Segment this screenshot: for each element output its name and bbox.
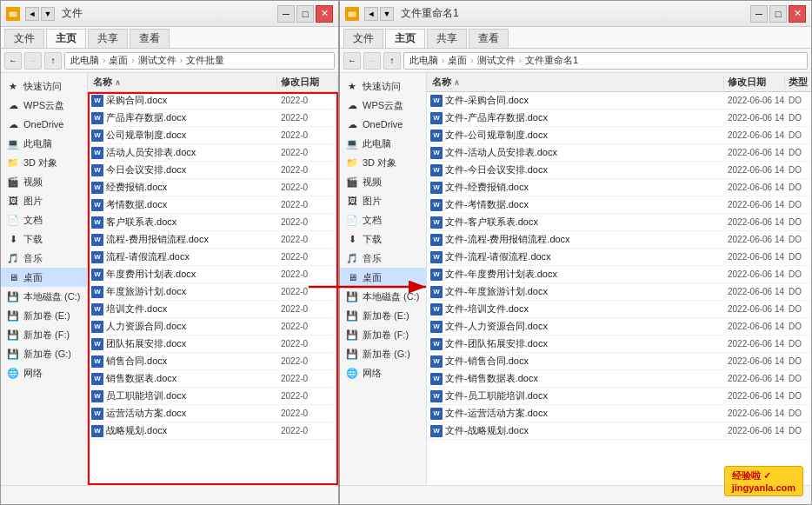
right-up-btn[interactable]: ↑: [383, 52, 401, 70]
table-row[interactable]: W销售合同.docx2022-0: [88, 353, 338, 370]
sidebar-item-桌面[interactable]: 🖥 桌面: [340, 268, 426, 287]
left-tab-view[interactable]: 查看: [130, 29, 170, 48]
table-row[interactable]: W文件-经费报销.docx2022-06-06 14:51DO: [427, 179, 811, 196]
table-row[interactable]: W人力资源合同.docx2022-0: [88, 318, 338, 336]
table-row[interactable]: W文件-年度旅游计划.docx2022-06-06 14:51DO: [427, 283, 811, 301]
table-row[interactable]: W文件-考情数据.docx2022-06-06 14:51DO: [427, 196, 811, 214]
table-row[interactable]: W今日会议安排.docx2022-0: [88, 162, 338, 179]
sidebar-item-视频[interactable]: 🎬 视频: [1, 172, 87, 191]
left-tab-share[interactable]: 共享: [88, 29, 128, 48]
sidebar-item-下载[interactable]: ⬇ 下载: [340, 229, 426, 249]
table-row[interactable]: W文件-年度费用计划表.docx2022-06-06 14:51DO: [427, 266, 811, 283]
left-up-btn[interactable]: ↑: [44, 52, 62, 70]
right-close-btn[interactable]: ✕: [789, 5, 806, 23]
sidebar-item-下载[interactable]: ⬇ 下载: [1, 229, 87, 249]
sidebar-item-快速访问[interactable]: ★ 快速访问: [340, 76, 426, 96]
table-row[interactable]: W文件-团队拓展安排.docx2022-06-06 14:51DO: [427, 336, 811, 353]
left-tab-home[interactable]: 主页: [46, 29, 86, 48]
table-row[interactable]: W团队拓展安排.docx2022-0: [88, 336, 338, 353]
table-row[interactable]: W公司规章制度.docx2022-0: [88, 127, 338, 144]
table-row[interactable]: W战略规划.docx2022-0: [88, 422, 338, 440]
table-row[interactable]: W文件-销售数据表.docx2022-06-06 14:51DO: [427, 370, 811, 388]
right-tab-share[interactable]: 共享: [427, 29, 467, 48]
table-row[interactable]: W文件-销售合同.docx2022-06-06 14:51DO: [427, 353, 811, 370]
sidebar-item-文档[interactable]: 📄 文档: [340, 210, 426, 229]
sidebar-item-音乐[interactable]: 🎵 音乐: [1, 249, 87, 268]
table-row[interactable]: W销售数据表.docx2022-0: [88, 370, 338, 388]
sidebar-item-视频[interactable]: 🎬 视频: [340, 172, 426, 191]
table-row[interactable]: W客户联系表.docx2022-0: [88, 214, 338, 231]
right-col-date[interactable]: 修改日期: [724, 76, 785, 89]
sidebar-item-本地磁盘 (C:)[interactable]: 💾 本地磁盘 (C:): [1, 287, 87, 306]
right-address-bar[interactable]: 此电脑 › 桌面 › 测试文件 › 文件重命名1: [403, 52, 808, 70]
sidebar-item-快速访问[interactable]: ★ 快速访问: [1, 76, 87, 96]
table-row[interactable]: W文件-流程-费用报销流程.docx2022-06-06 14:51DO: [427, 231, 811, 249]
table-row[interactable]: W文件-运营活动方案.docx2022-06-06 14:51DO: [427, 405, 811, 422]
sidebar-item-新加卷 (G:)[interactable]: 💾 新加卷 (G:): [340, 344, 426, 363]
left-address-bar[interactable]: 此电脑 › 桌面 › 测试文件 › 文件批量: [64, 52, 335, 70]
sidebar-item-新加卷 (F:)[interactable]: 💾 新加卷 (F:): [1, 325, 87, 344]
sidebar-item-新加卷 (E:)[interactable]: 💾 新加卷 (E:): [1, 306, 87, 325]
sidebar-item-图片[interactable]: 🖼 图片: [340, 191, 426, 210]
right-minimize-btn[interactable]: ─: [750, 5, 768, 23]
table-row[interactable]: W经费报销.docx2022-0: [88, 179, 338, 196]
right-expand-btn[interactable]: ▼: [380, 7, 394, 21]
table-row[interactable]: W文件-采购合同.docx2022-06-06 14:51DO: [427, 92, 811, 110]
table-row[interactable]: W文件-客户联系表.docx2022-06-06 14:51DO: [427, 214, 811, 231]
table-row[interactable]: W培训文件.docx2022-0: [88, 301, 338, 318]
right-maximize-btn[interactable]: □: [769, 5, 787, 23]
table-row[interactable]: W运营活动方案.docx2022-0: [88, 405, 338, 422]
sidebar-item-此电脑[interactable]: 💻 此电脑: [340, 134, 426, 153]
table-row[interactable]: W采购合同.docx2022-0: [88, 92, 338, 110]
table-row[interactable]: W流程-请假流程.docx2022-0: [88, 249, 338, 266]
right-col-name[interactable]: 名称: [427, 76, 724, 89]
table-row[interactable]: W年度费用计划表.docx2022-0: [88, 266, 338, 283]
sidebar-item-网络[interactable]: 🌐 网络: [340, 363, 426, 382]
left-forward-btn[interactable]: →: [24, 52, 42, 70]
table-row[interactable]: W文件-战略规划.docx2022-06-06 14:51DO: [427, 422, 811, 440]
left-quick-access-btn[interactable]: ◄: [25, 7, 39, 21]
table-row[interactable]: W考情数据.docx2022-0: [88, 196, 338, 214]
table-row[interactable]: W文件-人力资源合同.docx2022-06-06 14:51DO: [427, 318, 811, 336]
right-quick-access-btn[interactable]: ◄: [364, 7, 378, 21]
left-expand-btn[interactable]: ▼: [41, 7, 55, 21]
sidebar-item-OneDrive[interactable]: ☁ OneDrive: [340, 115, 426, 134]
sidebar-item-此电脑[interactable]: 💻 此电脑: [1, 134, 87, 153]
left-tab-file[interactable]: 文件: [4, 29, 44, 48]
left-minimize-btn[interactable]: ─: [277, 5, 295, 23]
table-row[interactable]: W员工职能培训.docx2022-0: [88, 388, 338, 405]
sidebar-item-桌面[interactable]: 🖥 桌面: [1, 268, 87, 287]
right-forward-btn[interactable]: →: [363, 52, 381, 70]
table-row[interactable]: W年度旅游计划.docx2022-0: [88, 283, 338, 301]
left-col-name[interactable]: 名称: [88, 76, 277, 89]
sidebar-item-本地磁盘 (C:)[interactable]: 💾 本地磁盘 (C:): [340, 287, 426, 306]
right-back-btn[interactable]: ←: [343, 52, 361, 70]
left-close-btn[interactable]: ✕: [316, 5, 333, 23]
sidebar-item-3D 对象[interactable]: 📁 3D 对象: [1, 153, 87, 172]
left-maximize-btn[interactable]: □: [296, 5, 314, 23]
sidebar-item-文档[interactable]: 📄 文档: [1, 210, 87, 229]
sidebar-item-3D 对象[interactable]: 📁 3D 对象: [340, 153, 426, 172]
right-tab-home[interactable]: 主页: [385, 29, 425, 48]
sidebar-item-OneDrive[interactable]: ☁ OneDrive: [1, 115, 87, 134]
sidebar-item-音乐[interactable]: 🎵 音乐: [340, 249, 426, 268]
table-row[interactable]: W流程-费用报销流程.docx2022-0: [88, 231, 338, 249]
table-row[interactable]: W活动人员安排表.docx2022-0: [88, 144, 338, 162]
table-row[interactable]: W文件-产品库存数据.docx2022-06-06 14:51DO: [427, 110, 811, 127]
left-back-btn[interactable]: ←: [4, 52, 22, 70]
sidebar-item-新加卷 (F:)[interactable]: 💾 新加卷 (F:): [340, 325, 426, 344]
sidebar-item-图片[interactable]: 🖼 图片: [1, 191, 87, 210]
sidebar-item-新加卷 (E:)[interactable]: 💾 新加卷 (E:): [340, 306, 426, 325]
sidebar-item-WPS云盘[interactable]: ☁ WPS云盘: [340, 96, 426, 115]
table-row[interactable]: W文件-今日会议安排.docx2022-06-06 14:51DO: [427, 162, 811, 179]
table-row[interactable]: W文件-活动人员安排表.docx2022-06-06 14:51DO: [427, 144, 811, 162]
table-row[interactable]: W文件-公司规章制度.docx2022-06-06 14:51DO: [427, 127, 811, 144]
right-tab-view[interactable]: 查看: [469, 29, 509, 48]
sidebar-item-WPS云盘[interactable]: ☁ WPS云盘: [1, 96, 87, 115]
right-col-type[interactable]: 类型: [785, 76, 811, 89]
table-row[interactable]: W文件-流程-请假流程.docx2022-06-06 14:51DO: [427, 249, 811, 266]
sidebar-item-新加卷 (G:)[interactable]: 💾 新加卷 (G:): [1, 344, 87, 363]
right-tab-file[interactable]: 文件: [343, 29, 383, 48]
left-col-date[interactable]: 修改日期: [277, 76, 338, 89]
table-row[interactable]: W文件-培训文件.docx2022-06-06 14:51DO: [427, 301, 811, 318]
